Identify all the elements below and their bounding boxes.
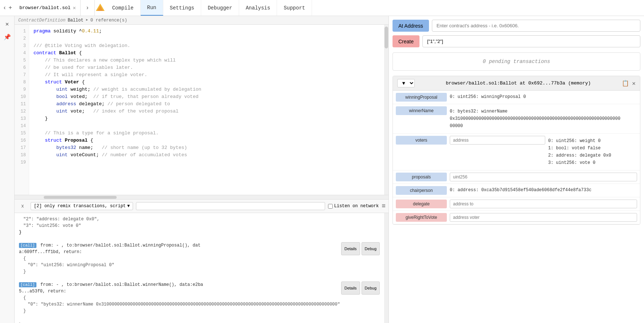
console-json-1: "2": "address: delegate 0x0", "3": "uint…	[19, 216, 380, 236]
winning-proposal-value: 0: uint256: winningProposal 0	[450, 93, 637, 101]
tab-run[interactable]: Run	[141, 0, 163, 16]
method-row-give-right: giveRightToVote	[393, 211, 640, 224]
at-address-row: At Address	[393, 20, 640, 32]
dropdown-chevron-icon: ▼	[127, 204, 130, 209]
nav-add-icon[interactable]: +	[9, 5, 12, 11]
winner-name-value: 0: bytes32: winnerName 0x310000000000000…	[450, 106, 637, 131]
h-scroll-thumb[interactable]	[44, 196, 117, 199]
instance-header: ▼ browser/ballot.sol:Ballot at 0x692...7…	[393, 76, 640, 91]
call-result-2: { "0": "bytes32: winnerName 0x3100000000…	[19, 295, 380, 314]
proposals-button[interactable]: proposals	[396, 173, 447, 181]
instance-dropdown[interactable]: ▼	[397, 79, 415, 87]
listen-network-label[interactable]: Listen on network	[328, 204, 379, 209]
editor-area: ContractDefinition Ballot ➤ 0 reference(…	[15, 16, 389, 323]
winner-name-button[interactable]: winnerName	[396, 106, 447, 115]
contract-def-label: ContractDefinition	[18, 18, 66, 23]
call-buttons-1: Details Debug	[341, 242, 380, 255]
method-row-proposals: proposals	[393, 170, 640, 184]
proposals-input[interactable]	[450, 173, 637, 181]
give-right-to-vote-button[interactable]: giveRightToVote	[396, 213, 447, 222]
file-tab-label: browser/ballot.sol	[19, 5, 70, 11]
delegate-button[interactable]: delegate	[396, 200, 447, 208]
file-tab[interactable]: browser/ballot.sol ✕	[15, 0, 81, 16]
console-clear-icon[interactable]: ☓	[17, 201, 28, 211]
chairperson-button[interactable]: chairperson	[396, 186, 447, 195]
sidebar-close-icon[interactable]: ✕	[2, 19, 12, 29]
details-button-1[interactable]: Details	[341, 242, 360, 255]
console-search-input[interactable]	[136, 202, 325, 210]
nav-forward-icon[interactable]: ›	[83, 5, 91, 11]
method-row-voters: voters 0: uint256: weight 0 1: bool: vot…	[393, 134, 640, 170]
console-scrollbar[interactable]	[384, 213, 389, 323]
call-buttons-2: Details Debug	[341, 281, 380, 295]
ballot-label: Ballot	[68, 18, 83, 23]
listen-network-checkbox[interactable]	[328, 204, 333, 209]
tab-support[interactable]: Support	[277, 0, 312, 16]
nav-back-icon[interactable]: ‹	[3, 5, 7, 11]
console-entry-1: [call] from: - , to:browser/ballot.sol:B…	[19, 242, 380, 255]
nav-left: ‹ + browser/ballot.sol ✕ ›	[0, 0, 95, 16]
nav-tabs: Compile Run Settings Debugger Analysis S…	[106, 0, 644, 16]
editor-header: ContractDefinition Ballot ➤ 0 reference(…	[15, 16, 389, 25]
call-tag-2: [call]	[19, 282, 36, 287]
console-entry-2: [call] from: - , to:browser/ballot.sol:B…	[19, 281, 380, 295]
tab-debugger[interactable]: Debugger	[201, 0, 239, 16]
editor-scroll-thumb[interactable]	[385, 27, 388, 48]
references-label: 0 reference(s)	[90, 18, 127, 23]
sidebar: ✕ 📌	[0, 16, 15, 323]
arrow-icon: ➤	[86, 17, 88, 23]
pending-transactions-box: 0 pending transactions	[393, 52, 640, 71]
delegate-input[interactable]	[450, 200, 637, 208]
tab-analysis[interactable]: Analysis	[239, 0, 277, 16]
main-area: ✕ 📌 ContractDefinition Ballot ➤ 0 refere…	[0, 16, 644, 323]
debug-button-2[interactable]: Debug	[362, 281, 380, 295]
create-row: Create	[393, 35, 640, 47]
voters-input[interactable]	[450, 136, 545, 145]
console-dropdown-label: [2] only remix transactions, script	[34, 204, 126, 209]
details-button-2[interactable]: Details	[341, 281, 360, 295]
file-tab-close-icon[interactable]: ✕	[73, 5, 76, 11]
console-prompt: >	[19, 322, 22, 323]
chairperson-value: 0: address: 0xca35b7d915458ef540ade6068d…	[450, 186, 637, 194]
debug-button-1[interactable]: Debug	[362, 242, 380, 255]
give-right-input[interactable]	[450, 213, 637, 222]
winning-proposal-button[interactable]: winningProposal	[396, 93, 447, 102]
method-row-chairperson: chairperson 0: address: 0xca35b7d915458e…	[393, 184, 640, 197]
console-menu-icon[interactable]: ≡	[382, 202, 386, 210]
at-address-button[interactable]: At Address	[393, 20, 429, 32]
create-button[interactable]: Create	[393, 35, 419, 47]
instance-title: browser/ballot.sol:Ballot at 0x692...77b…	[418, 80, 619, 86]
method-row-winner-name: winnerName 0: bytes32: winnerName 0x3100…	[393, 104, 640, 134]
tab-settings[interactable]: Settings	[163, 0, 201, 16]
method-row-winning-proposal: winningProposal 0: uint256: winningPropo…	[393, 91, 640, 104]
voters-value: 0: uint256: weight 0 1: bool: voted fals…	[548, 136, 637, 168]
method-row-delegate: delegate	[393, 197, 640, 211]
nav-icons: ‹ +	[3, 5, 12, 11]
console-output: "2": "address: delegate 0x0", "3": "uint…	[15, 213, 384, 323]
call-result-1: { "0": "uint256: winningProposal 0" }	[19, 255, 380, 275]
right-panel: At Address Create 0 pending transactions…	[389, 16, 644, 323]
console-dropdown[interactable]: [2] only remix transactions, script ▼	[31, 202, 133, 210]
create-input[interactable]	[422, 35, 640, 47]
code-content[interactable]: pragma solidity ^0.4.11; /// @title Voti…	[29, 25, 384, 195]
call-tag-1: [call]	[19, 243, 36, 248]
copy-icon[interactable]: 📋	[622, 80, 629, 87]
sidebar-pin-icon[interactable]: 📌	[2, 32, 12, 42]
code-editor[interactable]: 1234 5678 9101112 13141516 171819 pragma…	[15, 25, 389, 195]
contract-instance: ▼ browser/ballot.sol:Ballot at 0x692...7…	[393, 76, 640, 225]
editor-scrollbar[interactable]	[384, 25, 389, 195]
tab-compile[interactable]: Compile	[106, 0, 141, 16]
at-address-input[interactable]	[432, 20, 640, 32]
instance-close-icon[interactable]: ✕	[632, 80, 636, 87]
voters-button[interactable]: voters	[396, 136, 447, 145]
console-toolbar: ☓ [2] only remix transactions, script ▼ …	[15, 200, 389, 213]
remix-logo	[95, 3, 106, 13]
line-numbers: 1234 5678 9101112 13141516 171819	[15, 25, 29, 195]
top-nav: ‹ + browser/ballot.sol ✕ › Compile Run S…	[0, 0, 644, 16]
console-area: ☓ [2] only remix transactions, script ▼ …	[15, 199, 389, 323]
horizontal-scrollbar[interactable]	[15, 195, 389, 199]
pending-transactions-label: 0 pending transactions	[483, 59, 550, 64]
